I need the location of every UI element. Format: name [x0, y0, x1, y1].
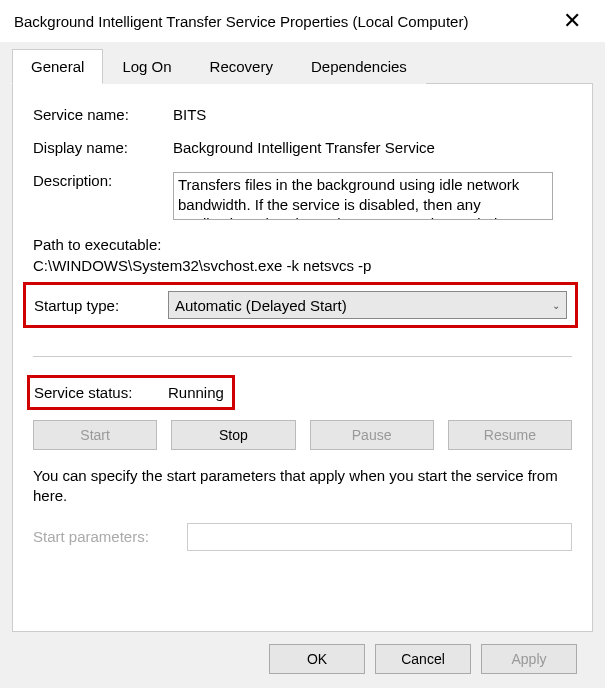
description-row: Description: Transfers files in the back… — [33, 172, 572, 220]
display-name-row: Display name: Background Intelligent Tra… — [33, 139, 572, 156]
path-label: Path to executable: — [33, 236, 572, 253]
cancel-button[interactable]: Cancel — [375, 644, 471, 674]
description-label: Description: — [33, 172, 173, 220]
startup-type-label: Startup type: — [34, 297, 168, 314]
dialog-footer: OK Cancel Apply — [12, 632, 593, 688]
path-block: Path to executable: C:\WINDOWS\System32\… — [33, 236, 572, 274]
description-textbox[interactable]: Transfers files in the background using … — [173, 172, 553, 220]
pause-button[interactable]: Pause — [310, 420, 434, 450]
resume-button[interactable]: Resume — [448, 420, 572, 450]
chevron-down-icon: ⌄ — [552, 300, 560, 311]
tab-strip: General Log On Recovery Dependencies — [12, 48, 593, 84]
start-params-label: Start parameters: — [33, 528, 187, 545]
service-control-buttons: Start Stop Pause Resume — [33, 420, 572, 450]
start-params-input[interactable] — [187, 523, 572, 551]
service-status-label: Service status: — [34, 384, 168, 401]
service-name-label: Service name: — [33, 106, 173, 123]
path-value: C:\WINDOWS\System32\svchost.exe -k netsv… — [33, 257, 572, 274]
start-params-row: Start parameters: — [33, 523, 572, 551]
dialog-title: Background Intelligent Transfer Service … — [14, 13, 468, 30]
startup-type-value: Automatic (Delayed Start) — [175, 297, 347, 314]
display-name-value: Background Intelligent Transfer Service — [173, 139, 572, 156]
start-params-help-text: You can specify the start parameters tha… — [33, 466, 572, 507]
service-status-highlight: Service status: Running — [27, 375, 235, 410]
titlebar: Background Intelligent Transfer Service … — [0, 0, 605, 42]
tab-recovery[interactable]: Recovery — [191, 49, 292, 84]
divider — [33, 356, 572, 357]
general-panel: Service name: BITS Display name: Backgro… — [12, 84, 593, 632]
startup-type-dropdown[interactable]: Automatic (Delayed Start) ⌄ — [168, 291, 567, 319]
apply-button[interactable]: Apply — [481, 644, 577, 674]
service-name-row: Service name: BITS — [33, 106, 572, 123]
stop-button[interactable]: Stop — [171, 420, 295, 450]
service-properties-dialog: Background Intelligent Transfer Service … — [0, 0, 605, 697]
tab-dependencies[interactable]: Dependencies — [292, 49, 426, 84]
tab-general[interactable]: General — [12, 49, 103, 84]
tab-log-on[interactable]: Log On — [103, 49, 190, 84]
tab-area: General Log On Recovery Dependencies Ser… — [0, 42, 605, 688]
service-status-value: Running — [168, 384, 224, 401]
start-button[interactable]: Start — [33, 420, 157, 450]
display-name-label: Display name: — [33, 139, 173, 156]
close-button[interactable]: ✕ — [553, 8, 591, 34]
ok-button[interactable]: OK — [269, 644, 365, 674]
startup-type-highlight: Startup type: Automatic (Delayed Start) … — [23, 282, 578, 328]
close-icon: ✕ — [563, 8, 581, 33]
service-name-value: BITS — [173, 106, 572, 123]
